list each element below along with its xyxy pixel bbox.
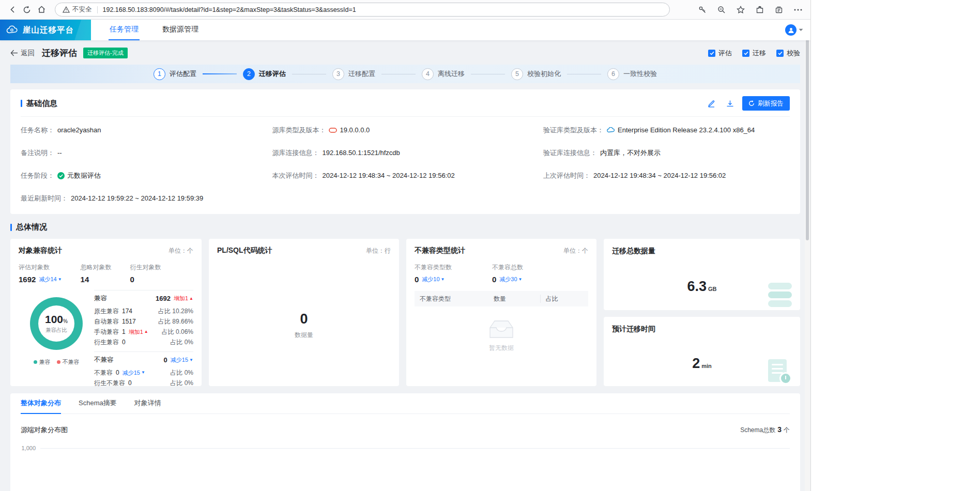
incompat-header-row: 不兼容 0 减少15▼ xyxy=(94,351,193,367)
card-unit: 单位：个 xyxy=(563,247,588,255)
security-chip[interactable]: 不安全 xyxy=(63,5,92,14)
download-report-button[interactable] xyxy=(724,97,736,110)
step-connector xyxy=(567,74,601,74)
trend-chip: 增加1▲ xyxy=(174,295,193,302)
step-consistency-check: 6 一致性校验 xyxy=(607,68,657,80)
app-title: 崖山迁移平台 xyxy=(23,25,74,36)
overview-title-row: 总体情况 xyxy=(10,222,800,232)
back-icon xyxy=(8,5,17,14)
incompat-row-derived: 衍生不兼容0 占比 0% xyxy=(94,378,193,388)
stat-ignored-objects: 忽略对象数 14 xyxy=(81,263,112,284)
zoom-button[interactable] xyxy=(714,3,729,17)
chevron-down-icon[interactable] xyxy=(799,28,803,32)
trend-chip[interactable]: 减少14▼ xyxy=(39,275,62,283)
check-migrate[interactable]: 迁移 xyxy=(742,49,766,58)
check-migrate-label: 迁移 xyxy=(753,49,766,58)
user-icon xyxy=(788,27,794,34)
trend-chip[interactable]: 减少15▼ xyxy=(122,369,145,377)
trend-up-icon: ▲ xyxy=(144,330,148,334)
donut-legend: 兼容 不兼容 xyxy=(34,358,80,366)
checkbox-checked-icon[interactable] xyxy=(776,50,784,57)
password-key-button[interactable] xyxy=(695,3,710,17)
tab-overall-distribution[interactable]: 整体对象分布 xyxy=(21,393,61,414)
empty-text: 暂无数据 xyxy=(489,344,514,352)
step-migration-config: 3 迁移配置 xyxy=(332,68,375,80)
estimated-time-unit: min xyxy=(701,363,712,369)
y-axis-tick: 1,000 xyxy=(21,445,40,451)
checkbox-checked-icon[interactable] xyxy=(708,50,715,57)
trend-chip[interactable]: 减少10▼ xyxy=(422,275,445,283)
home-button[interactable] xyxy=(34,3,49,17)
trend-chip[interactable]: 减少15▼ xyxy=(171,356,193,364)
checkbox-checked-icon[interactable] xyxy=(742,50,749,57)
scrollbar-thumb[interactable] xyxy=(806,23,809,240)
plsql-stats-card: PL/SQL代码统计 单位：行 0 数据量 xyxy=(209,239,399,386)
trend-chip[interactable]: 减少30▼ xyxy=(499,275,522,283)
refresh-report-button[interactable]: 刷新报告 xyxy=(742,96,790,111)
legend-compatible: 兼容 xyxy=(34,358,51,366)
nav-datasource-management[interactable]: 数据源管理 xyxy=(161,20,200,40)
compat-row-manual: 手动兼容1 增加1▲ 占比 0.06% xyxy=(94,327,193,337)
user-avatar[interactable] xyxy=(785,24,797,36)
trend-down-icon: ▼ xyxy=(58,278,62,282)
basic-info-fields: 任务名称： oracle2yashan 源库类型及版本： 19.0.0.0.0 … xyxy=(21,117,790,203)
gridline xyxy=(40,448,790,449)
trend-down-icon: ▼ xyxy=(518,278,523,282)
field-last-assess-time: 上次评估时间： 2024-12-12 19:48:34 ~ 2024-12-12… xyxy=(543,171,790,180)
back-link[interactable]: 返回 xyxy=(10,49,35,58)
zoom-out-icon xyxy=(717,6,726,14)
header-right xyxy=(785,24,803,36)
field-task-name: 任务名称： oracle2yashan xyxy=(21,126,272,134)
favorite-button[interactable] xyxy=(733,3,748,17)
browser-menu-button[interactable] xyxy=(791,3,805,17)
compat-header-row: 兼容 1692 增加1▲ xyxy=(94,290,193,306)
empty-box-icon xyxy=(488,319,515,340)
card-title: 对象兼容统计 xyxy=(19,246,62,255)
incompat-types-card: 不兼容类型统计 单位：个 不兼容类型数 0 减少10▼ 不兼容总数 xyxy=(406,239,596,386)
step-connector xyxy=(471,74,505,74)
tab-object-detail[interactable]: 对象详情 xyxy=(134,393,161,414)
wizard-stepper: 1 评估配置 2 迁移评估 3 迁移配置 4 离线迁移 xyxy=(10,65,800,83)
schema-total: Schema总数 3 个 xyxy=(740,425,790,435)
stat-derived-objects: 衍生对象数 0 xyxy=(130,263,161,284)
empty-state: 暂无数据 xyxy=(415,319,588,352)
schema-total-value: 3 xyxy=(777,425,782,434)
section-accent-bar xyxy=(10,224,12,231)
page-title: 迁移评估 xyxy=(42,47,77,59)
card-unit: 单位：行 xyxy=(366,247,391,255)
edit-button[interactable] xyxy=(705,97,717,110)
plsql-value: 0 xyxy=(209,311,399,327)
step-label: 校验初始化 xyxy=(527,69,561,79)
yashan-cloud-icon xyxy=(6,25,19,35)
check-assess[interactable]: 评估 xyxy=(708,49,732,58)
step-number: 6 xyxy=(607,68,619,80)
source-type-value: 19.0.0.0.0 xyxy=(340,126,370,134)
compat-donut-column: 100% 兼容占比 兼容 不兼容 xyxy=(19,290,94,388)
field-task-stage: 任务阶段： 元数据评估 xyxy=(21,171,272,180)
trend-down-icon: ▼ xyxy=(141,371,145,375)
compat-donut-chart: 100% 兼容占比 xyxy=(30,297,83,350)
security-label: 不安全 xyxy=(72,5,92,14)
step-number: 5 xyxy=(511,68,523,80)
extensions-button[interactable] xyxy=(753,3,767,17)
step-verify-init: 5 校验初始化 xyxy=(511,68,561,80)
back-button[interactable] xyxy=(5,3,20,17)
step-number: 3 xyxy=(332,68,344,80)
refresh-page-button[interactable] xyxy=(20,3,34,17)
check-verify-label: 校验 xyxy=(787,49,800,58)
favorites-star-icon xyxy=(737,6,745,14)
tab-schema-summary[interactable]: Schema摘要 xyxy=(79,393,117,414)
basic-info-header: 基础信息 刷新报告 xyxy=(21,96,790,117)
check-verify[interactable]: 校验 xyxy=(776,49,800,58)
url-text: 192.168.50.183:8090/#/task/detail?id=1&s… xyxy=(103,6,356,13)
app-logo: 崖山迁移平台 xyxy=(0,20,91,40)
trend-chip: 增加1▲ xyxy=(129,328,148,336)
home-icon xyxy=(37,5,46,14)
vertical-scrollbar[interactable] xyxy=(805,20,810,491)
nav-task-management[interactable]: 任务管理 xyxy=(109,20,140,40)
data-stack-icon xyxy=(768,283,792,307)
step-offline-migration: 4 离线迁移 xyxy=(422,68,465,80)
compat-stats: 评估对象数 1692 减少14▼ 忽略对象数 14 衍生对象数 xyxy=(19,263,193,284)
collections-button[interactable] xyxy=(772,3,786,17)
address-bar[interactable]: 不安全 192.168.50.183:8090/#/task/detail?id… xyxy=(55,3,670,17)
